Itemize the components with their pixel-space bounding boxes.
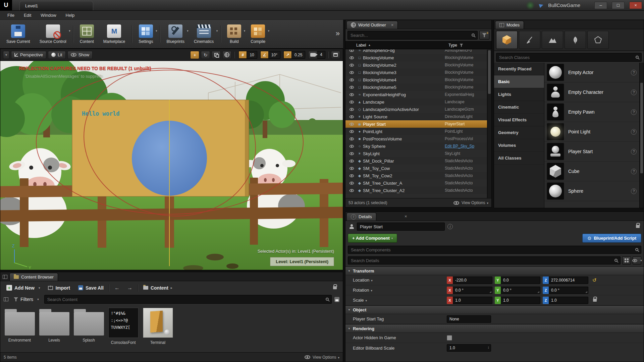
location-y-field[interactable] <box>501 277 540 284</box>
outliner-filter-button[interactable] <box>479 31 489 40</box>
mode-category[interactable]: Cinematic <box>494 101 544 114</box>
toolbar-button[interactable]: Cinematics ▾ <box>190 23 218 45</box>
scrollbar-thumb[interactable] <box>640 83 643 173</box>
placeable-item[interactable]: Cube <box>544 162 639 181</box>
actor-hidden-checkbox[interactable] <box>447 335 452 341</box>
outliner-row[interactable]: □ BlockingVolume BlockingVolume <box>345 54 487 61</box>
display-filter-button[interactable] <box>633 256 641 264</box>
reset-location-icon[interactable] <box>592 277 597 283</box>
location-x-field[interactable] <box>453 277 492 284</box>
visibility-eye-icon[interactable] <box>347 93 356 97</box>
asset-tile[interactable]: Splash <box>73 308 105 343</box>
visibility-eye-icon[interactable] <box>347 144 356 148</box>
visibility-eye-icon[interactable] <box>347 56 356 60</box>
outliner-row[interactable]: □ BlockingVolume5 BlockingVolume <box>345 83 487 91</box>
camera-speed-value[interactable]: 4 <box>317 51 325 59</box>
scale-tool-button[interactable] <box>212 51 221 59</box>
maximize-button[interactable]: □ <box>612 2 625 9</box>
placeable-item[interactable]: Empty Pawn <box>544 102 639 122</box>
search-content-input[interactable] <box>44 295 332 304</box>
search-components-input[interactable] <box>348 246 641 254</box>
billboard[interactable]: Hello world <box>72 100 249 196</box>
toolbar-button[interactable]: Build ▾ <box>223 23 246 45</box>
rotation-x-field[interactable] <box>453 287 492 294</box>
help-icon[interactable] <box>631 89 637 95</box>
outliner-row[interactable]: □ BlockingVolume4 BlockingVolume <box>345 76 487 83</box>
show-button[interactable]: Show <box>67 51 93 59</box>
type-filter-icon[interactable] <box>460 44 463 47</box>
outliner-row[interactable]: ◆ SM_Tree_Cluster_A2 StaticMeshActo <box>345 187 487 194</box>
scale-lock-icon[interactable] <box>593 299 597 302</box>
player-start-tag-field[interactable] <box>447 315 491 323</box>
outliner-row[interactable]: ◆ SM_Dock_Pillar StaticMeshActo <box>345 157 487 165</box>
scale-y-field[interactable] <box>501 297 540 304</box>
placeable-item[interactable]: Empty Character <box>544 82 639 102</box>
outliner-row[interactable]: ○ Sky Sphere Edit BP_Sky_Sp <box>345 142 487 150</box>
mode-category[interactable]: Visual Effects <box>494 114 544 126</box>
chevron-down-icon[interactable]: ▾ <box>268 29 270 33</box>
mode-tab-foliage[interactable] <box>565 31 586 49</box>
blueprint-add-script-button[interactable]: Blueprint/Add Script <box>582 234 641 243</box>
outliner-row[interactable]: ☀ Light Source DirectionalLight <box>345 113 487 120</box>
scale-z-field[interactable] <box>549 297 588 304</box>
help-icon[interactable] <box>631 188 637 194</box>
mode-category[interactable]: Volumes <box>494 139 544 152</box>
mode-tab-paint[interactable] <box>519 31 540 49</box>
visibility-eye-icon[interactable] <box>347 181 356 185</box>
world-space-toggle[interactable] <box>222 51 231 59</box>
help-icon[interactable] <box>631 169 637 174</box>
billboard-scale-field[interactable] <box>447 344 491 352</box>
modes-scrollbar[interactable] <box>639 63 644 208</box>
chevron-down-icon[interactable]: ▾ <box>244 29 246 33</box>
location-label[interactable]: Location <box>353 278 447 283</box>
mode-tab-place[interactable] <box>496 31 518 49</box>
filters-button[interactable]: Filters <box>11 295 42 303</box>
placeable-item[interactable]: Empty Actor <box>544 63 639 82</box>
chevron-down-icon[interactable]: ▾ <box>156 29 157 33</box>
asset-tile[interactable]: Terminal <box>142 308 174 345</box>
view-toggle-icon[interactable] <box>4 297 8 301</box>
toolbar-button[interactable]: Compile ▾ <box>246 23 270 45</box>
section-rendering[interactable]: Rendering <box>345 324 644 333</box>
toolbar-button[interactable]: Marketplace <box>99 23 129 45</box>
placeable-item[interactable]: Point Light <box>544 122 639 142</box>
toolbar-button[interactable]: Blueprints ▾ <box>162 23 189 45</box>
rotation-y-field[interactable] <box>501 287 540 294</box>
rotation-z-field[interactable] <box>549 287 588 294</box>
visibility-eye-icon[interactable] <box>347 174 356 178</box>
tab-content-browser[interactable]: Content Browser <box>9 273 58 281</box>
visibility-eye-icon[interactable] <box>347 115 356 119</box>
location-z-field[interactable] <box>549 277 588 284</box>
add-new-button[interactable]: Add New <box>4 284 43 292</box>
visibility-eye-icon[interactable] <box>347 50 356 52</box>
toolbar-button[interactable]: Save Current <box>2 23 35 45</box>
asset-tile[interactable]: !"#$%& :;<=>?@ TUVWXYZ[ ConsolasFont <box>107 308 139 345</box>
content-view-options[interactable]: View Options <box>313 355 339 360</box>
visibility-eye-icon[interactable] <box>347 137 356 141</box>
outliner-row[interactable]: ■ PostProcessVolume PostProcessVol <box>345 135 487 142</box>
mode-category[interactable]: Lights <box>494 88 544 101</box>
close-button[interactable]: × <box>629 2 642 9</box>
mode-category[interactable]: Basic <box>494 75 544 88</box>
add-component-button[interactable]: + Add Component <box>348 234 397 243</box>
mode-tab-geometry[interactable] <box>587 31 609 49</box>
viewport-scene[interactable]: Hello world Z Y <box>0 61 343 270</box>
visibility-eye-icon[interactable] <box>347 78 356 82</box>
mode-category[interactable]: All Classes <box>494 152 544 165</box>
lock-icon[interactable] <box>636 225 640 228</box>
outliner-row[interactable]: ● PointLight PointLight <box>345 128 487 135</box>
level-tab[interactable]: Level1 <box>19 1 93 10</box>
visibility-eye-icon[interactable] <box>347 85 356 89</box>
mode-category[interactable]: Geometry <box>494 126 544 139</box>
section-transform[interactable]: Transform <box>345 266 644 275</box>
tab-world-outliner[interactable]: World Outliner × <box>346 21 398 29</box>
property-matrix-button[interactable] <box>622 256 631 264</box>
outliner-row[interactable]: ▲ Landscape Landscape <box>345 98 487 106</box>
minimize-button[interactable]: – <box>594 2 607 9</box>
visibility-eye-icon[interactable] <box>347 189 356 192</box>
outliner-scrollbar[interactable] <box>487 50 491 198</box>
visibility-eye-icon[interactable] <box>347 152 356 156</box>
rotate-tool-button[interactable]: ↻ <box>201 51 210 59</box>
mode-category[interactable]: Recently Placed <box>494 63 544 75</box>
chevron-down-icon[interactable]: ▾ <box>216 29 218 33</box>
